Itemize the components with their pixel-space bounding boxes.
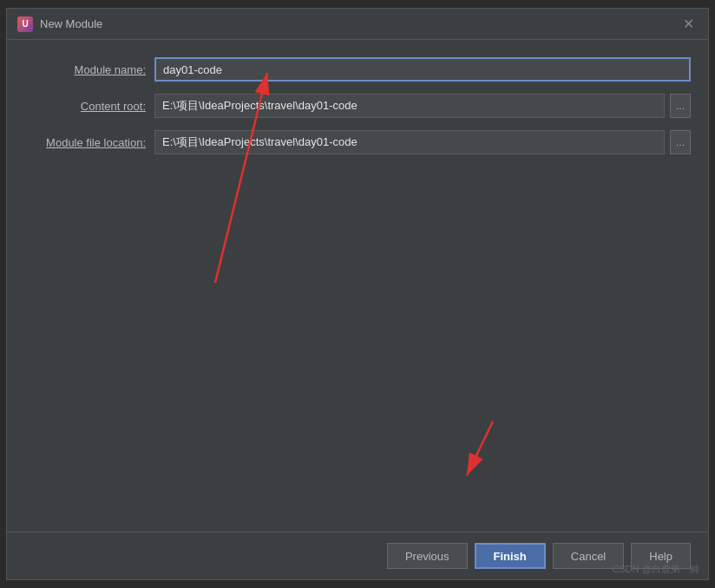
title-bar: U New Module ✕: [7, 9, 708, 40]
module-name-row: Module name:: [24, 57, 691, 82]
svg-line-3: [467, 421, 493, 475]
cancel-button[interactable]: Cancel: [553, 543, 624, 569]
finish-button[interactable]: Finish: [475, 543, 546, 569]
module-name-label: Module name:: [24, 63, 146, 76]
module-file-location-input[interactable]: [154, 130, 665, 154]
module-file-location-browse-button[interactable]: …: [670, 130, 691, 154]
module-name-input[interactable]: [154, 57, 691, 82]
content-root-row: Content root: …: [24, 94, 691, 118]
previous-button[interactable]: Previous: [387, 543, 468, 569]
dialog-title: New Module: [40, 17, 102, 30]
content-root-input[interactable]: [154, 94, 665, 118]
content-root-label: Content root:: [24, 100, 146, 113]
content-root-input-wrap: …: [154, 94, 691, 118]
new-module-dialog: U New Module ✕ Module name: Content root…: [6, 8, 709, 580]
module-name-input-wrap: [154, 57, 691, 82]
module-file-location-label: Module file location:: [24, 136, 146, 149]
app-icon: U: [17, 16, 33, 32]
dialog-footer: Previous Finish Cancel Help: [7, 532, 708, 579]
dialog-content: Module name: Content root: … Module file…: [7, 40, 708, 532]
help-button[interactable]: Help: [631, 543, 691, 569]
close-button[interactable]: ✕: [679, 16, 698, 33]
module-file-location-input-wrap: …: [154, 130, 691, 154]
module-file-location-row: Module file location: …: [24, 130, 691, 154]
content-root-browse-button[interactable]: …: [670, 94, 691, 118]
title-bar-left: U New Module: [17, 16, 102, 32]
